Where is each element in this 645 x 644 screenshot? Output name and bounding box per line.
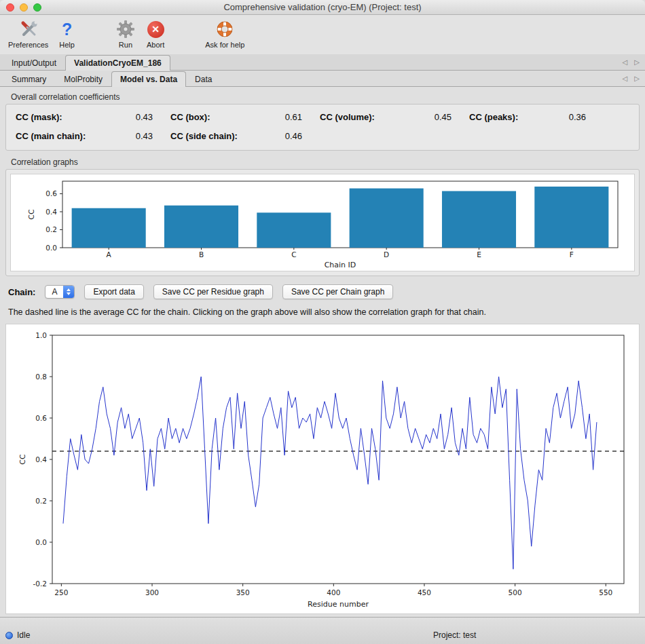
svg-text:-0.2: -0.2 [33,580,48,588]
status-text: Idle [17,630,30,640]
tab-scroll-right-icon[interactable]: ▷ [634,58,640,66]
tab-data[interactable]: Data [186,71,221,87]
tab-molprobity[interactable]: MolProbity [55,71,111,87]
preferences-button[interactable]: Preferences [3,18,54,50]
main-tab-scroll-arrows: ◁ ▷ [623,58,645,66]
help-button[interactable]: ? Help [54,18,80,50]
abort-button[interactable]: ✕ Abort [141,18,170,50]
tab-validationcryoem-186[interactable]: ValidationCryoEM_186 [65,55,170,71]
cc-main-chain-label: CC (main chain): [16,131,101,141]
cc-per-chain-bar-chart[interactable]: ABCDEF0.00.20.40.6Chain IDCC [11,174,635,271]
tab-input-output[interactable]: Input/Output [3,55,65,71]
correlation-graphs-box: ABCDEF0.00.20.40.6Chain IDCC [5,169,640,276]
svg-text:A: A [107,250,112,259]
cc-per-residue-line-chart: 250300350400450500550-0.20.00.20.40.60.8… [6,324,639,613]
window-title: Comprehensive validation (cryo-EM) (Proj… [223,2,421,12]
cc-peaks-value: 0.36 [552,112,586,122]
chain-select-value: A [45,286,63,298]
cc-per-residue-chart-card: 250300350400450500550-0.20.00.20.40.60.8… [5,324,640,614]
overall-stats-box: CC (mask): 0.43 CC (box): 0.61 CC (volum… [5,104,640,151]
save-cc-per-residue-button[interactable]: Save CC per Residue graph [153,284,273,299]
svg-text:0.2: 0.2 [45,225,57,233]
close-window-button[interactable] [6,3,14,12]
graphs-section-title: Correlation graphs [11,157,640,167]
svg-text:0.6: 0.6 [35,414,47,422]
main-tab-bar: Input/Output ValidationCryoEM_186 ◁ ▷ [0,54,645,71]
tab-summary[interactable]: Summary [3,71,55,87]
svg-text:350: 350 [236,588,250,596]
svg-text:500: 500 [509,588,522,596]
run-label: Run [119,41,132,49]
status-left: Idle [5,630,30,640]
svg-text:550: 550 [599,588,612,596]
svg-text:300: 300 [145,588,159,596]
abort-label: Abort [147,41,164,49]
sub-tab-scroll-left-icon[interactable]: ◁ [623,75,628,82]
help-label: Help [59,41,75,49]
cc-peaks-label: CC (peaks): [469,112,534,122]
save-cc-per-chain-button[interactable]: Save CC per Chain graph [282,284,393,299]
cc-volume-value: 0.45 [418,112,452,122]
svg-text:C: C [291,250,296,259]
chain-select[interactable]: A [45,285,75,299]
cc-side-chain-label: CC (side chain): [170,131,251,141]
status-bar: Idle Project: test [0,617,645,644]
svg-text:F: F [570,250,574,259]
svg-text:0.4: 0.4 [35,455,47,463]
cc-per-chain-chart-card: ABCDEF0.00.20.40.6Chain IDCC [10,174,635,271]
svg-text:0.0: 0.0 [35,538,47,546]
ask-for-help-button[interactable]: Ask for help [200,18,250,50]
cc-volume-label: CC (volume): [320,112,400,122]
tab-model-vs-data[interactable]: Model vs. Data [111,71,186,87]
chain-controls-row: Chain: A Export data Save CC per Residue… [8,284,637,299]
content-area: Overall correlation coefficients CC (mas… [0,87,645,617]
svg-text:CC: CC [27,209,36,220]
svg-text:250: 250 [54,588,68,596]
status-project-text: Project: test [433,630,476,640]
title-bar: Comprehensive validation (cryo-EM) (Proj… [0,0,645,15]
run-gear-icon [115,18,136,40]
preferences-tools-icon [18,18,39,40]
minimize-window-button[interactable] [20,3,28,12]
sub-tab-bar: Summary MolProbity Model vs. Data Data ◁… [0,71,645,87]
svg-text:0.2: 0.2 [35,497,47,505]
cc-mask-label: CC (mask): [16,112,101,122]
svg-text:D: D [384,250,389,259]
svg-text:CC: CC [18,454,27,465]
svg-text:Residue number: Residue number [308,600,369,609]
sub-tab-scroll-right-icon[interactable]: ▷ [634,75,640,82]
preferences-label: Preferences [8,41,48,49]
export-data-button[interactable]: Export data [84,284,143,299]
svg-text:0.4: 0.4 [45,208,57,216]
zoom-window-button[interactable] [33,3,41,12]
overall-stats-grid: CC (mask): 0.43 CC (box): 0.61 CC (volum… [16,112,629,141]
traffic-lights [6,3,41,12]
svg-text:1.0: 1.0 [35,331,47,339]
svg-text:400: 400 [327,588,340,596]
chain-label: Chain: [8,287,35,297]
svg-text:0.8: 0.8 [35,373,47,381]
sub-tab-scroll-arrows: ◁ ▷ [623,75,645,82]
svg-text:E: E [477,250,481,259]
svg-text:Chain ID: Chain ID [325,261,356,269]
svg-text:B: B [199,250,204,259]
tab-scroll-left-icon[interactable]: ◁ [623,58,628,66]
cc-box-value: 0.61 [268,112,302,122]
toolbar: Preferences ? Help [0,15,645,54]
overall-section-title: Overall correlation coefficients [11,92,640,102]
status-indicator-icon [5,632,13,639]
app-window: Comprehensive validation (cryo-EM) (Proj… [0,0,645,644]
svg-text:0.6: 0.6 [45,189,57,197]
abort-x-icon: ✕ [147,18,164,40]
cc-side-chain-value: 0.46 [268,131,302,141]
help-question-icon: ? [62,18,72,40]
lifering-icon [215,18,235,40]
cc-box-label: CC (box): [170,112,251,122]
cc-main-chain-value: 0.43 [119,131,153,141]
dashed-line-help-text: The dashed line is the average CC for th… [8,307,637,317]
svg-text:450: 450 [418,588,431,596]
ask-for-help-label: Ask for help [205,41,244,49]
run-button[interactable]: Run [110,18,141,50]
svg-text:0.0: 0.0 [45,244,57,252]
cc-mask-value: 0.43 [119,112,153,122]
